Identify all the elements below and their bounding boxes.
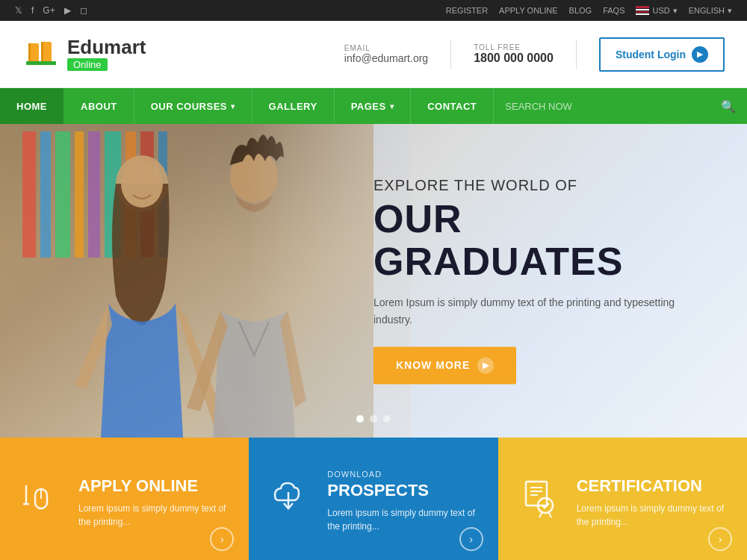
apply-online-content: APPLY ONLINE Lorem ipsum is simply dummy… (78, 474, 230, 529)
svg-rect-4 (26, 61, 56, 65)
svg-rect-3 (41, 42, 43, 64)
hero-content: EXPLORE THE WORLD OF OUR GRADUATES Lorem… (374, 177, 687, 384)
header-divider-2 (576, 40, 577, 69)
logo-name: Edumart (67, 37, 146, 57)
navbar: HOME ABOUT OUR COURSES ▾ GALLERY PAGES ▾… (0, 88, 747, 124)
svg-point-6 (121, 160, 163, 208)
student-login-button[interactable]: Student Login ▶ (599, 37, 725, 72)
currency-selector[interactable]: USD ▾ (636, 6, 677, 16)
header: Edumart Online EMAIL info@edumart.org TO… (0, 21, 747, 88)
flag-icon (636, 6, 649, 15)
prospects-title: PROSPECTS (327, 481, 479, 500)
language-selector[interactable]: ENGLISH ▾ (689, 6, 732, 16)
top-bar: 𝕏 f G+ ▶ ◻ REGISTER APPLY ONLINE BLOG FA… (0, 0, 747, 21)
prospects-desc: Lorem ipsum is simply dummy text of the … (327, 506, 479, 533)
twitter-icon[interactable]: 𝕏 (15, 5, 22, 16)
facebook-icon[interactable]: f (31, 5, 34, 16)
apply-online-arrow-button[interactable]: › (210, 527, 234, 551)
certification-content: CERTIFICATION Lorem ipsum is simply dumm… (577, 474, 728, 529)
logo-text: Edumart Online (67, 37, 146, 71)
search-input[interactable] (505, 101, 713, 112)
certification-desc: Lorem ipsum is simply dummy text of the … (577, 502, 728, 529)
bottom-cards: APPLY ONLINE Lorem ipsum is simply dummy… (0, 438, 747, 560)
hero-section: EXPLORE THE WORLD OF OUR GRADUATES Lorem… (0, 124, 747, 438)
know-more-label: KNOW MORE (396, 360, 470, 372)
prospects-card: DOWNLOAD PROSPECTS Lorem ipsum is simply… (249, 438, 498, 560)
svg-rect-13 (526, 482, 547, 505)
know-more-arrow-icon: ▶ (477, 358, 494, 374)
nav-home[interactable]: HOME (0, 88, 64, 124)
nav-contact[interactable]: CONTACT (411, 88, 494, 124)
register-link[interactable]: REGISTER (446, 6, 488, 15)
header-divider (450, 40, 451, 69)
phone-label: TOLL FREE (474, 43, 554, 52)
certification-arrow-button[interactable]: › (708, 527, 732, 551)
hero-subtitle: EXPLORE THE WORLD OF (374, 177, 687, 194)
login-arrow-icon: ▶ (692, 46, 708, 63)
certification-title: CERTIFICATION (577, 476, 728, 496)
blog-link[interactable]: BLOG (569, 6, 592, 15)
email-contact: EMAIL info@edumart.org (344, 44, 428, 64)
phone-contact: TOLL FREE 1800 000 0000 (474, 43, 554, 65)
currency-chevron: ▾ (673, 6, 678, 16)
phone-value: 1800 000 0000 (474, 52, 554, 65)
header-contact: EMAIL info@edumart.org TOLL FREE 1800 00… (344, 37, 725, 72)
know-more-button[interactable]: KNOW MORE ▶ (374, 347, 516, 385)
logo-online: Online (67, 58, 108, 71)
slider-dots (356, 415, 391, 423)
google-plus-icon[interactable]: G+ (43, 5, 55, 16)
apply-online-link[interactable]: APPLY ONLINE (499, 6, 557, 15)
email-value: info@edumart.org (344, 52, 428, 64)
nav-about[interactable]: ABOUT (64, 88, 134, 124)
certification-card: CERTIFICATION Lorem ipsum is simply dumm… (498, 438, 747, 560)
currency-label: USD (652, 6, 669, 15)
apply-online-icon (19, 474, 63, 528)
language-label: ENGLISH (689, 6, 725, 15)
apply-online-title: APPLY ONLINE (78, 476, 230, 496)
slider-dot-1[interactable] (356, 415, 364, 423)
courses-chevron-icon: ▾ (231, 102, 235, 111)
pages-chevron-icon: ▾ (390, 102, 394, 111)
search-icon[interactable]: 🔍 (721, 99, 736, 113)
hero-title: OUR GRADUATES (374, 198, 687, 283)
logo[interactable]: Edumart Online (22, 36, 146, 73)
hero-students-area (0, 124, 411, 438)
certification-icon (517, 474, 562, 528)
instagram-icon[interactable]: ◻ (80, 5, 87, 16)
social-links: 𝕏 f G+ ▶ ◻ (15, 5, 87, 16)
prospects-arrow-button[interactable]: › (459, 527, 483, 551)
apply-online-card: APPLY ONLINE Lorem ipsum is simply dummy… (0, 438, 249, 560)
youtube-icon[interactable]: ▶ (64, 5, 71, 16)
apply-online-desc: Lorem ipsum is simply dummy text of the … (78, 502, 230, 529)
top-bar-right: REGISTER APPLY ONLINE BLOG FAQS USD ▾ EN… (446, 6, 732, 16)
nav-our-courses[interactable]: OUR COURSES ▾ (134, 88, 252, 124)
nav-gallery[interactable]: GALLERY (252, 88, 335, 124)
email-label: EMAIL (344, 44, 428, 52)
hero-description: Lorem Ipsum is simply dummy text of the … (374, 295, 687, 329)
prospects-content: DOWNLOAD PROSPECTS Lorem ipsum is simply… (327, 470, 479, 533)
slider-dot-3[interactable] (383, 415, 391, 423)
slider-dot-2[interactable] (370, 415, 377, 423)
prospects-subtitle: DOWNLOAD (327, 470, 479, 479)
faqs-link[interactable]: FAQS (603, 6, 624, 15)
logo-icon (22, 36, 60, 73)
nav-pages[interactable]: PAGES ▾ (335, 88, 412, 124)
student-login-label: Student Login (616, 49, 686, 60)
language-chevron: ▾ (728, 6, 732, 16)
prospects-icon (267, 474, 312, 528)
svg-rect-1 (28, 43, 31, 64)
search-bar: 🔍 (494, 88, 747, 124)
